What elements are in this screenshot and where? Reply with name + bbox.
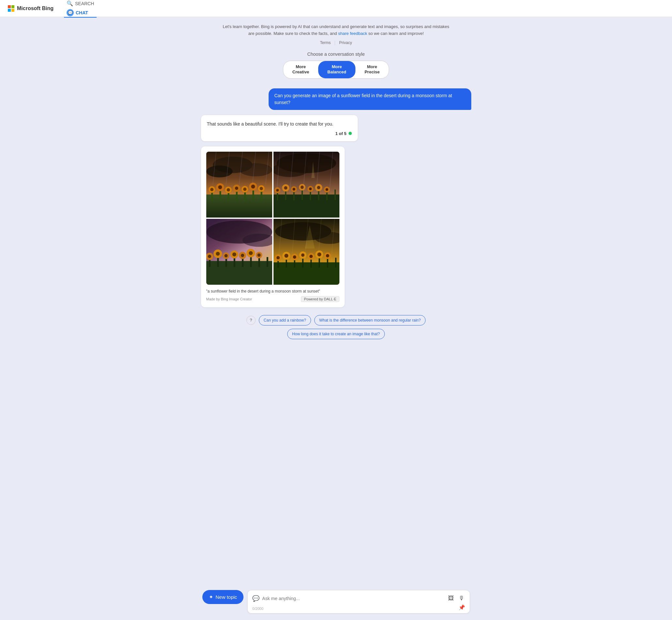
- svg-rect-35: [274, 194, 339, 217]
- ai-text-response: That sounds like a beautiful scene. I'll…: [201, 115, 358, 141]
- suggestion-chip-0[interactable]: Can you add a rainbow?: [259, 315, 311, 325]
- brand-logo[interactable]: Microsoft Bing: [8, 5, 53, 12]
- microsoft-logo-icon: [8, 5, 14, 12]
- conversation-style-section: Choose a conversation style More Creativ…: [283, 52, 389, 79]
- suggestions-help-icon: ?: [246, 316, 255, 325]
- ai-response-text: That sounds like a beautiful scene. I'll…: [207, 120, 352, 127]
- svg-point-105: [284, 254, 288, 258]
- svg-rect-101: [335, 258, 336, 267]
- header: Microsoft Bing 🔍 SEARCH 💬 CHAT: [0, 0, 672, 17]
- input-row: 💬 🖼 🎙: [252, 594, 465, 603]
- svg-rect-66: [206, 261, 272, 285]
- bottom-bar-wrapper: ✦ New topic 💬 🖼 🎙 0/2000 📌: [0, 586, 672, 620]
- image-grid: [206, 152, 339, 285]
- svg-rect-93: [274, 262, 339, 285]
- generated-image-3[interactable]: [206, 219, 272, 285]
- input-area: 💬 🖼 🎙 0/2000 📌: [247, 590, 470, 614]
- disclaimer-links: Terms | Privacy: [320, 41, 352, 45]
- svg-point-103: [277, 256, 280, 259]
- made-by-label: Made by Bing Image Creator: [206, 297, 252, 301]
- new-topic-icon: ✦: [209, 594, 213, 600]
- generated-image-4[interactable]: [274, 219, 339, 285]
- nav-chat[interactable]: 💬 CHAT: [64, 8, 97, 17]
- chat-bubble-icon: 💬: [66, 9, 74, 16]
- user-message: Can you generate an image of a sunflower…: [269, 88, 471, 110]
- main-content: Let's learn together. Bing is powered by…: [196, 17, 477, 392]
- svg-point-3: [206, 165, 233, 177]
- svg-point-88: [257, 253, 260, 257]
- pin-icon: 📌: [459, 604, 465, 611]
- svg-point-19: [235, 187, 238, 190]
- svg-point-111: [309, 255, 313, 258]
- style-balanced-button[interactable]: More Balanced: [318, 61, 355, 79]
- svg-point-47: [284, 186, 287, 190]
- svg-point-115: [326, 254, 329, 257]
- svg-rect-4: [206, 194, 272, 217]
- suggestion-chip-2[interactable]: How long does it take to create an image…: [287, 329, 385, 339]
- suggestions-row: ? Can you add a rainbow? What is the dif…: [201, 315, 471, 339]
- chat-area: Can you generate an image of a sunflower…: [201, 88, 471, 339]
- svg-point-82: [232, 252, 236, 256]
- brand-name: Microsoft Bing: [17, 6, 53, 11]
- svg-point-86: [249, 251, 253, 255]
- style-creative-button[interactable]: More Creative: [283, 61, 318, 79]
- terms-link[interactable]: Terms: [320, 41, 331, 45]
- style-precise-button[interactable]: More Precise: [355, 61, 389, 79]
- user-message-wrapper: Can you generate an image of a sunflower…: [201, 88, 471, 110]
- svg-point-15: [218, 185, 222, 189]
- svg-point-76: [208, 255, 211, 258]
- image-footer: Made by Bing Image Creator Powered by DA…: [206, 296, 339, 302]
- svg-point-84: [241, 254, 244, 257]
- svg-point-17: [227, 188, 230, 192]
- svg-point-113: [317, 252, 321, 256]
- style-buttons-group: More Creative More Balanced More Precise: [283, 61, 389, 79]
- svg-point-55: [317, 186, 320, 189]
- svg-point-109: [301, 253, 304, 257]
- svg-point-21: [243, 188, 246, 191]
- svg-point-57: [325, 188, 328, 191]
- new-topic-button[interactable]: ✦ New topic: [202, 590, 244, 604]
- svg-point-53: [309, 188, 312, 190]
- svg-point-23: [251, 185, 255, 189]
- share-feedback-link[interactable]: share feedback: [338, 31, 367, 36]
- suggestion-chip-1[interactable]: What is the difference between monsoon a…: [314, 315, 426, 325]
- style-label: Choose a conversation style: [283, 52, 389, 57]
- disclaimer-text: Let's learn together. Bing is powered by…: [222, 23, 450, 37]
- bottom-bar: ✦ New topic 💬 🖼 🎙 0/2000 📌: [196, 590, 477, 614]
- input-chat-icon: 💬: [252, 595, 259, 602]
- generated-image-1[interactable]: [206, 152, 272, 217]
- chat-input[interactable]: [262, 596, 444, 601]
- svg-rect-43: [334, 190, 336, 200]
- image-grid-card: "a sunflower field in the desert during …: [201, 146, 345, 307]
- svg-point-78: [216, 252, 220, 256]
- svg-rect-74: [266, 257, 268, 267]
- search-icon: 🔍: [66, 0, 73, 6]
- input-actions: 🖼 🎙: [447, 594, 465, 603]
- svg-point-45: [276, 189, 279, 192]
- svg-point-25: [259, 187, 263, 190]
- privacy-link[interactable]: Privacy: [339, 41, 352, 45]
- top-nav: 🔍 SEARCH 💬 CHAT: [64, 0, 97, 17]
- nav-search[interactable]: 🔍 SEARCH: [64, 0, 97, 8]
- response-counter: 1 of 5: [207, 131, 352, 136]
- svg-point-13: [210, 188, 213, 191]
- dalle-badge: Powered by DALL·E: [301, 296, 339, 302]
- microphone-button[interactable]: 🎙: [458, 594, 465, 603]
- generated-image-2[interactable]: [274, 152, 339, 217]
- svg-point-107: [293, 255, 296, 259]
- char-count: 0/2000: [252, 607, 264, 611]
- svg-point-80: [224, 254, 228, 257]
- svg-point-49: [292, 188, 295, 191]
- image-caption: "a sunflower field in the desert during …: [206, 289, 339, 294]
- image-input-button[interactable]: 🖼: [447, 594, 454, 603]
- online-indicator: [348, 132, 352, 135]
